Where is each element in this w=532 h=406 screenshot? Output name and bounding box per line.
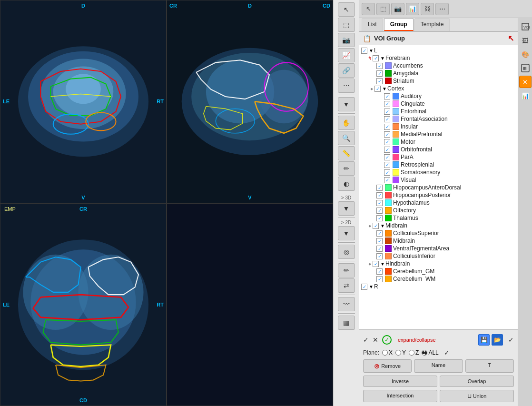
pan-tool[interactable]: ✋: [338, 116, 355, 130]
checkbox-R[interactable]: ✓: [361, 284, 367, 290]
tree-hypothalamus[interactable]: ✓ Hypothalamus: [359, 199, 518, 207]
target-tool[interactable]: ◎: [338, 245, 355, 259]
tree-hippocampusposterior[interactable]: ✓ HippocampusPosterior: [359, 191, 518, 199]
grid-tool[interactable]: ▦: [338, 316, 355, 330]
tree-midbrain-group[interactable]: ● ✓ ▼ Midbrain: [359, 222, 518, 229]
plane-x-option[interactable]: X: [382, 349, 393, 356]
checkbox-visual[interactable]: ✓: [384, 177, 390, 183]
layout-icon-btn[interactable]: ⬚: [376, 3, 390, 15]
tree-orbitofrontal[interactable]: ✓ Orbitofrontal: [359, 146, 518, 153]
expand-R[interactable]: ▼: [368, 284, 374, 289]
tree-striatum[interactable]: ✓ Striatum: [359, 77, 518, 85]
checkbox-orbitofrontal[interactable]: ✓: [384, 147, 390, 153]
plane-all-option[interactable]: ALL: [422, 349, 438, 356]
dots-icon-btn[interactable]: ⋯: [435, 3, 449, 15]
tree-olfactory[interactable]: ✓ Olfactory: [359, 207, 518, 214]
tree-midbrain[interactable]: ✓ Midbrain: [359, 237, 518, 245]
tree-auditory[interactable]: ✓ Auditory: [359, 92, 518, 100]
tree-ventraltegmentalarea[interactable]: ✓ VentralTegmentalArea: [359, 245, 518, 252]
radio-x[interactable]: [382, 350, 388, 356]
checkbox-hypothalamus[interactable]: ✓: [376, 200, 383, 206]
plane-z-option[interactable]: Z: [409, 349, 419, 356]
radio-y[interactable]: [395, 350, 401, 356]
tree-root-R[interactable]: ✓ ▼ R: [359, 283, 518, 290]
checkbox-para[interactable]: ✓: [384, 154, 390, 160]
flip-tool[interactable]: ⇄: [338, 278, 355, 293]
pencil-tool[interactable]: ✏: [338, 161, 355, 176]
tab-list[interactable]: List: [362, 18, 383, 31]
brain-view-top-right[interactable]: D CR CD V: [167, 0, 333, 203]
3d-down-arrow[interactable]: ▼: [338, 201, 355, 216]
2d-down-arrow[interactable]: ▼: [338, 226, 355, 240]
tree-cerebellum-gm[interactable]: ✓ Cerebellum_GM: [359, 267, 518, 275]
tree-thalamus[interactable]: ✓ Thalamus: [359, 214, 518, 222]
tab-template[interactable]: Template: [414, 18, 450, 31]
checkbox-midbrain[interactable]: ✓: [376, 238, 383, 244]
tree-colliculussuperior[interactable]: ✓ ColliculusSuperior: [359, 229, 518, 237]
checkbox-medialprefrontal[interactable]: ✓: [384, 131, 390, 138]
checkbox-entorhinal[interactable]: ✓: [384, 109, 390, 115]
checkbox-auditory[interactable]: ✓: [384, 93, 390, 99]
expand-cortex-dot[interactable]: ●: [369, 86, 374, 91]
tree-cingulate[interactable]: ✓ Cingulate: [359, 100, 518, 108]
zoom-tool[interactable]: 🔍: [338, 131, 355, 145]
more-tool[interactable]: ⋯: [338, 79, 355, 93]
checkbox-L[interactable]: ✓: [361, 48, 367, 54]
inverse-button[interactable]: Inverse: [363, 376, 437, 387]
tree-accumbens[interactable]: ✓ Accumbens: [359, 62, 518, 69]
cancel-x-icon[interactable]: ✕: [373, 336, 378, 344]
barchart-icon-btn[interactable]: 📊: [406, 3, 419, 15]
plane-y-option[interactable]: Y: [395, 349, 406, 356]
tree-somatosensory[interactable]: ✓ Somatosensory: [359, 168, 518, 176]
expand-hindbrain-dot[interactable]: ●: [367, 261, 373, 267]
pointer-icon-btn[interactable]: ↖: [362, 3, 375, 15]
chain-icon-btn[interactable]: ⛓: [421, 3, 434, 15]
tab-group[interactable]: Group: [384, 18, 414, 31]
checkbox-colliculussuperior[interactable]: ✓: [376, 230, 383, 237]
checkbox-ventraltegmentalarea[interactable]: ✓: [376, 246, 383, 252]
expand-L[interactable]: ▼: [368, 48, 374, 53]
checkbox-colliculusinferior[interactable]: ✓: [376, 253, 383, 259]
screenshot-tool[interactable]: 📷: [338, 33, 355, 47]
save-icon-btn-2[interactable]: 📂: [492, 334, 503, 346]
draw-tool[interactable]: ✏: [338, 263, 355, 277]
checkbox-amygdala[interactable]: ✓: [376, 70, 383, 77]
expand-forebrain-arrow[interactable]: ↰: [367, 55, 373, 61]
pointer-tool[interactable]: ↖: [338, 2, 355, 17]
tree-para[interactable]: ✓ ParA: [359, 153, 518, 161]
name-button[interactable]: Name: [414, 359, 463, 373]
brain-view-top-left[interactable]: D LE RT V: [0, 0, 167, 203]
checkbox-cortex[interactable]: ✓: [374, 86, 381, 92]
palette-side-icon[interactable]: 🎨: [519, 48, 532, 60]
save-icon-btn-1[interactable]: 💾: [478, 334, 490, 346]
checkbox-midbrain-group[interactable]: ✓: [373, 223, 379, 229]
tree-root-L[interactable]: ✓ ▼ L: [359, 47, 518, 54]
tree-forebrain[interactable]: ↰ ✓ ▼ Forebrain: [359, 54, 518, 62]
checkbox-hindbrain-group[interactable]: ✓: [373, 261, 379, 267]
screenshot-icon-btn[interactable]: 📷: [391, 3, 404, 15]
tree-cortex[interactable]: ● ✓ ▼ Cortex: [359, 85, 518, 92]
expand-hindbrain[interactable]: ▼: [380, 261, 385, 267]
tree-colliculusinferior[interactable]: ✓ ColliculusInferior: [359, 252, 518, 260]
checkbox-cingulate[interactable]: ✓: [384, 101, 390, 107]
chart-tool[interactable]: 📈: [338, 48, 355, 62]
checkbox-hippocampusanterodorsal[interactable]: ✓: [376, 185, 383, 191]
checkbox-retrosplenial[interactable]: ✓: [384, 162, 390, 168]
remove-button[interactable]: ⊗ Remove: [363, 359, 412, 373]
expand-midbrain[interactable]: ▼: [380, 223, 385, 228]
adjust-tool[interactable]: ◐: [338, 177, 355, 191]
checkbox-thalamus[interactable]: ✓: [376, 215, 383, 221]
expand-forebrain[interactable]: ▼: [380, 55, 385, 61]
tree-container[interactable]: ✓ ▼ L ↰ ✓ ▼ Forebrain ✓ Accumbe: [359, 45, 518, 329]
brain-view-bottom-left[interactable]: CR LE RT CD EMP: [0, 203, 167, 406]
barchart-side-icon[interactable]: 📊: [519, 89, 532, 102]
close-side-icon[interactable]: ✕: [519, 76, 532, 88]
green-check-icon[interactable]: ✓: [382, 335, 392, 345]
tree-medialprefrontal[interactable]: ✓ MedialPrefrontal: [359, 130, 518, 138]
tree-entorhinal[interactable]: ✓ Entorhinal: [359, 108, 518, 115]
measure-tool[interactable]: 📏: [338, 146, 355, 160]
tree-frontalassociation[interactable]: ✓ FrontalAssociation: [359, 115, 518, 123]
tree-hippocampusanterodorsal[interactable]: ✓ HippocampusAnteroDorsal: [359, 184, 518, 191]
checkbox-cerebellum-wm[interactable]: ✓: [376, 276, 383, 282]
checkbox-frontalassociation[interactable]: ✓: [384, 116, 390, 122]
